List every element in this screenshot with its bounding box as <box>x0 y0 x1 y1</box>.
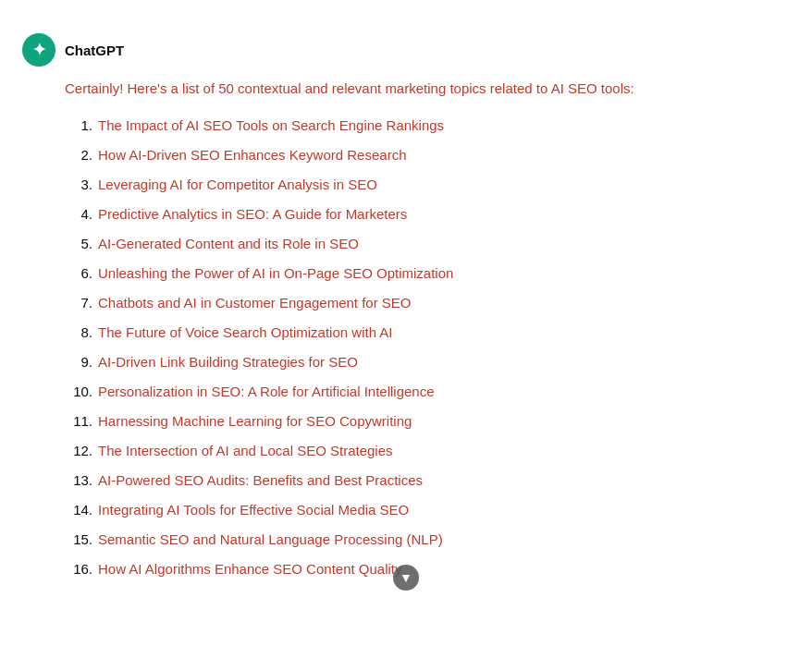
list-item: 8.The Future of Voice Search Optimizatio… <box>65 322 790 344</box>
topic-text: AI-Driven Link Building Strategies for S… <box>98 351 358 373</box>
list-item: 9.AI-Driven Link Building Strategies for… <box>65 351 790 373</box>
topic-text: Semantic SEO and Natural Language Proces… <box>98 529 443 551</box>
topic-text: Chatbots and AI in Customer Engagement f… <box>98 292 412 314</box>
sender-name: ChatGPT <box>65 43 124 58</box>
message-header: ✦ ChatGPT <box>22 33 790 67</box>
topic-text: Unleashing the Power of AI in On-Page SE… <box>98 262 453 285</box>
topic-text: Integrating AI Tools for Effective Socia… <box>98 499 409 521</box>
list-item: 14.Integrating AI Tools for Effective So… <box>65 499 790 521</box>
list-number: 8. <box>65 322 92 344</box>
list-item: 11.Harnessing Machine Learning for SEO C… <box>65 410 790 433</box>
list-number: 5. <box>65 233 92 255</box>
list-number: 4. <box>65 203 92 225</box>
topic-text: The Future of Voice Search Optimization … <box>98 322 393 344</box>
list-item: 2.How AI-Driven SEO Enhances Keyword Res… <box>65 144 790 166</box>
list-item: 7.Chatbots and AI in Customer Engagement… <box>65 292 790 314</box>
topic-text: The Impact of AI SEO Tools on Search Eng… <box>98 115 444 137</box>
list-number: 13. <box>65 469 92 492</box>
topic-text: Personalization in SEO: A Role for Artif… <box>98 381 435 403</box>
topic-text: How AI-Driven SEO Enhances Keyword Resea… <box>98 144 406 166</box>
list-number: 16. <box>65 558 92 580</box>
list-item: 16.How AI Algorithms Enhance SEO Content… <box>65 558 790 580</box>
list-item: 5.AI-Generated Content and its Role in S… <box>65 233 790 255</box>
list-number: 14. <box>65 499 92 521</box>
list-number: 7. <box>65 292 92 314</box>
list-number: 9. <box>65 351 92 373</box>
list-number: 3. <box>65 174 92 196</box>
list-item: 13.AI-Powered SEO Audits: Benefits and B… <box>65 469 790 492</box>
list-item: 4.Predictive Analytics in SEO: A Guide f… <box>65 203 790 225</box>
list-item: 15.Semantic SEO and Natural Language Pro… <box>65 529 790 551</box>
chatgpt-logo-icon: ✦ <box>32 40 46 60</box>
chat-container: ✦ ChatGPT Certainly! Here's a list of 50… <box>0 18 812 603</box>
topic-text: AI-Generated Content and its Role in SEO <box>98 233 359 255</box>
avatar: ✦ <box>22 33 55 67</box>
topic-text: The Intersection of AI and Local SEO Str… <box>98 440 393 462</box>
list-item: 1.The Impact of AI SEO Tools on Search E… <box>65 115 790 137</box>
list-number: 15. <box>65 529 92 551</box>
topic-text: How AI Algorithms Enhance SEO Content Qu… <box>98 558 402 580</box>
list-number: 10. <box>65 381 92 403</box>
topic-text: Harnessing Machine Learning for SEO Copy… <box>98 410 412 433</box>
intro-text: Certainly! Here's a list of 50 contextua… <box>65 78 790 100</box>
topic-text: Predictive Analytics in SEO: A Guide for… <box>98 203 407 225</box>
list-number: 1. <box>65 115 92 137</box>
message-body: Certainly! Here's a list of 50 contextua… <box>22 78 790 580</box>
scroll-down-button[interactable]: ▼ <box>393 565 419 591</box>
list-item: 10.Personalization in SEO: A Role for Ar… <box>65 381 790 403</box>
topic-text: Leveraging AI for Competitor Analysis in… <box>98 174 377 196</box>
list-number: 11. <box>65 410 92 433</box>
list-item: 3.Leveraging AI for Competitor Analysis … <box>65 174 790 196</box>
list-item: 6.Unleashing the Power of AI in On-Page … <box>65 262 790 285</box>
list-number: 6. <box>65 262 92 285</box>
list-item: 12.The Intersection of AI and Local SEO … <box>65 440 790 462</box>
list-number: 2. <box>65 144 92 166</box>
topic-text: AI-Powered SEO Audits: Benefits and Best… <box>98 469 423 492</box>
list-number: 12. <box>65 440 92 462</box>
topic-list: 1.The Impact of AI SEO Tools on Search E… <box>65 115 790 580</box>
